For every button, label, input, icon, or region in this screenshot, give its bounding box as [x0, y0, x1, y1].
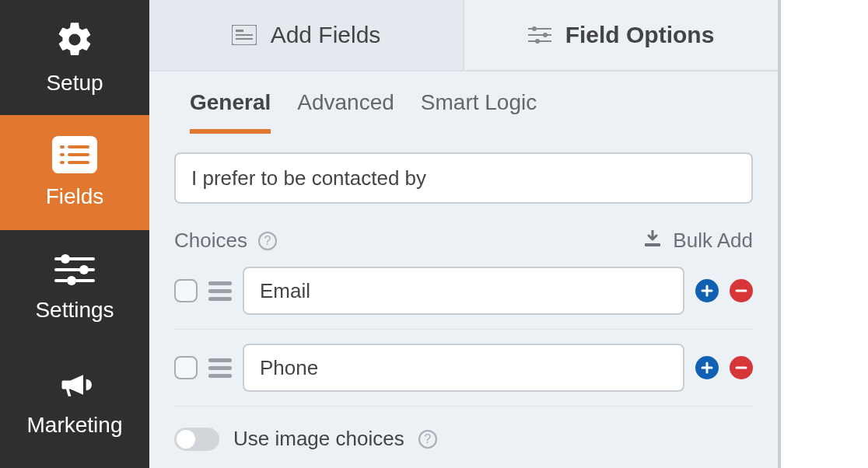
sliders-icon — [54, 253, 95, 287]
top-tabs: Add Fields Field Options — [149, 0, 778, 72]
remove-choice-button[interactable] — [730, 279, 753, 302]
field-options-panel: Add Fields Field Options General Advance… — [149, 0, 781, 468]
choice-value-input[interactable] — [243, 267, 684, 315]
choice-default-checkbox[interactable] — [174, 279, 198, 302]
sidebar-item-fields[interactable]: Fields — [0, 115, 149, 230]
sidebar-item-setup[interactable]: Setup — [0, 0, 149, 115]
svg-point-22 — [535, 39, 540, 44]
megaphone-icon — [54, 368, 95, 402]
choice-row — [174, 330, 753, 407]
sidebar-item-label: Setup — [46, 71, 103, 96]
svg-point-10 — [79, 265, 89, 274]
gear-icon — [54, 19, 95, 60]
choices-label: Choices — [174, 229, 247, 253]
svg-rect-7 — [54, 257, 95, 260]
svg-rect-2 — [68, 145, 89, 148]
sidebar-item-settings[interactable]: Settings — [0, 230, 149, 345]
svg-rect-1 — [60, 145, 65, 148]
preview-area — [781, 0, 868, 468]
svg-point-20 — [543, 33, 548, 37]
svg-rect-5 — [60, 161, 65, 164]
tab-label: Add Fields — [271, 22, 381, 48]
remove-choice-button[interactable] — [730, 356, 753, 379]
use-image-choices-label: Use image choices — [233, 427, 404, 451]
subtab-advanced[interactable]: Advanced — [297, 90, 394, 134]
use-image-choices-row: Use image choices ? — [174, 427, 753, 451]
field-label-input[interactable] — [174, 152, 753, 204]
svg-rect-16 — [236, 38, 253, 40]
choice-row — [174, 253, 753, 330]
svg-rect-15 — [236, 34, 253, 36]
add-choice-button[interactable] — [695, 356, 719, 379]
tab-label: Field Options — [565, 22, 715, 48]
svg-rect-19 — [528, 34, 551, 36]
tab-add-fields[interactable]: Add Fields — [149, 0, 464, 70]
choices-header: Choices ? Bulk Add — [174, 229, 753, 253]
svg-point-12 — [67, 276, 76, 285]
tab-field-options[interactable]: Field Options — [464, 0, 778, 70]
sidebar: Setup Fields Settings Marketing — [0, 0, 149, 468]
svg-rect-17 — [528, 28, 551, 30]
svg-rect-6 — [68, 161, 89, 164]
sliders-icon — [528, 26, 551, 44]
drag-handle-icon[interactable] — [208, 358, 232, 378]
download-icon — [643, 229, 662, 253]
add-fields-icon — [232, 25, 257, 45]
general-tab-content: Choices ? Bulk Add — [149, 134, 778, 451]
svg-point-8 — [61, 254, 70, 264]
subtab-general[interactable]: General — [190, 90, 271, 134]
svg-rect-23 — [645, 243, 660, 246]
sidebar-item-label: Settings — [35, 298, 114, 323]
use-image-choices-toggle[interactable] — [174, 428, 219, 451]
svg-rect-9 — [54, 268, 95, 271]
help-icon[interactable]: ? — [258, 232, 277, 250]
bulk-add-link[interactable]: Bulk Add — [673, 229, 753, 253]
choice-default-checkbox[interactable] — [174, 356, 198, 379]
sub-tabs: General Advanced Smart Logic — [149, 72, 778, 134]
list-icon — [52, 136, 97, 173]
svg-point-18 — [532, 26, 537, 31]
svg-rect-3 — [60, 153, 65, 156]
add-choice-button[interactable] — [695, 279, 719, 302]
sidebar-item-label: Marketing — [27, 413, 123, 438]
choice-value-input[interactable] — [243, 344, 684, 392]
sidebar-item-label: Fields — [46, 184, 104, 209]
sidebar-item-marketing[interactable]: Marketing — [0, 345, 149, 460]
subtab-smart-logic[interactable]: Smart Logic — [421, 90, 537, 134]
svg-rect-4 — [68, 153, 89, 156]
help-icon[interactable]: ? — [418, 430, 437, 449]
svg-rect-14 — [236, 30, 243, 32]
drag-handle-icon[interactable] — [208, 281, 232, 301]
